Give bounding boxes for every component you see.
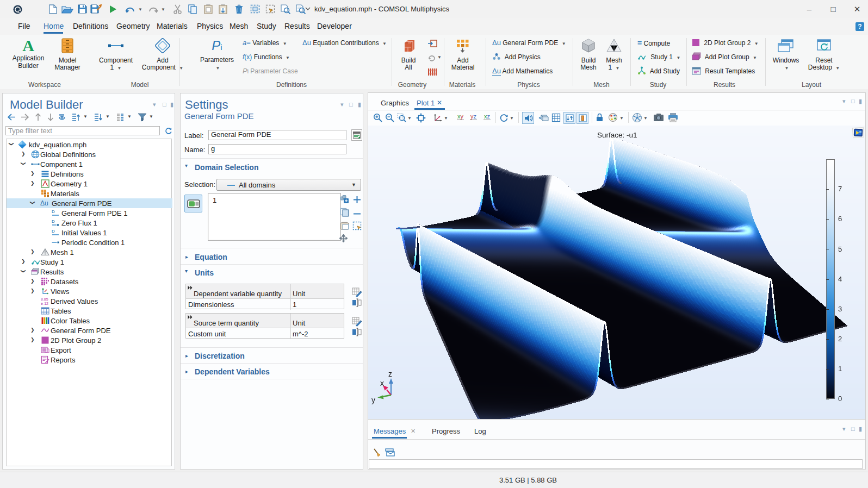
svg-text:x: x — [380, 379, 384, 387]
svg-text:D: D — [52, 219, 55, 224]
svg-text:D: D — [52, 229, 55, 234]
svg-text:z: z — [388, 370, 392, 378]
svg-text:D: D — [52, 209, 55, 214]
svg-text:e-12: e-12 — [41, 302, 48, 305]
svg-text:y: y — [371, 396, 375, 404]
svg-text:8.85: 8.85 — [41, 297, 48, 301]
